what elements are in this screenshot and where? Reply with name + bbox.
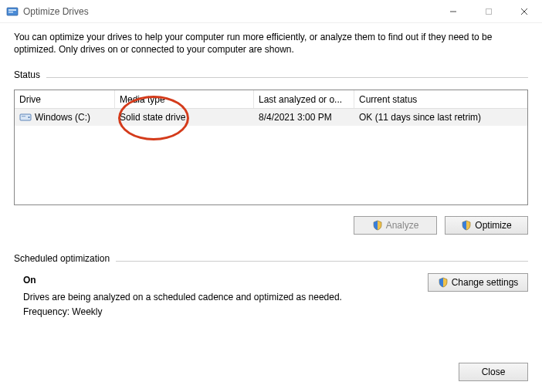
minimize-button[interactable] [435,0,471,22]
optimize-button[interactable]: Optimize [445,216,528,235]
table-body: Windows (C:) Solid state drive 8/4/2021 … [15,109,527,126]
scheduled-section: Scheduled optimization On Drives are bei… [14,253,528,319]
scheduled-info: On Drives are being analyzed on a schedu… [23,273,342,319]
analyze-button[interactable]: Analyze [354,216,437,235]
drive-icon [19,111,32,123]
svg-rect-2 [8,12,13,13]
status-section-header: Status [14,69,528,83]
optimize-button-label: Optimize [475,220,511,231]
col-drive-header[interactable]: Drive [15,90,115,108]
svg-rect-4 [486,8,492,14]
svg-rect-1 [8,9,16,11]
section-rule [46,77,528,78]
shield-icon [372,220,383,231]
current-status-cell: OK (11 days since last retrim) [354,112,527,123]
close-window-button[interactable]: Close [459,363,528,381]
svg-rect-9 [22,116,25,117]
status-label: Status [14,69,40,80]
scheduled-desc: Drives are being analyzed on a scheduled… [23,290,342,305]
action-button-row: Analyze Optimize [14,216,528,235]
scheduled-label: Scheduled optimization [14,253,110,264]
maximize-button[interactable] [471,0,506,22]
col-last-header[interactable]: Last analyzed or o... [254,90,354,108]
window-controls [435,0,542,22]
col-status-header[interactable]: Current status [354,90,527,108]
shield-icon [438,277,449,288]
col-media-header[interactable]: Media type [115,90,254,108]
last-analyzed-cell: 8/4/2021 3:00 PM [254,112,354,123]
svg-point-8 [29,117,30,118]
close-button-label: Close [482,367,506,377]
drive-table[interactable]: Drive Media type Last analyzed or o... C… [14,90,528,205]
drive-name: Windows (C:) [35,112,90,123]
scheduled-section-header: Scheduled optimization [14,253,528,267]
shield-icon [461,220,472,231]
footer: Close [459,363,528,381]
media-type-cell: Solid state drive [115,112,254,123]
app-icon [6,5,19,18]
close-button[interactable] [506,0,542,22]
scheduled-frequency: Frequency: Weekly [23,305,342,319]
change-settings-button[interactable]: Change settings [428,273,528,292]
window-title: Optimize Drives [23,6,435,17]
titlebar: Optimize Drives [0,0,542,23]
section-rule [116,261,528,262]
content-area: You can optimize your drives to help you… [0,23,542,333]
table-header: Drive Media type Last analyzed or o... C… [15,90,527,109]
scheduled-state: On [23,273,342,288]
intro-text: You can optimize your drives to help you… [14,31,528,56]
change-settings-label: Change settings [452,277,519,288]
table-row[interactable]: Windows (C:) Solid state drive 8/4/2021 … [15,109,527,126]
analyze-button-label: Analyze [386,220,419,231]
